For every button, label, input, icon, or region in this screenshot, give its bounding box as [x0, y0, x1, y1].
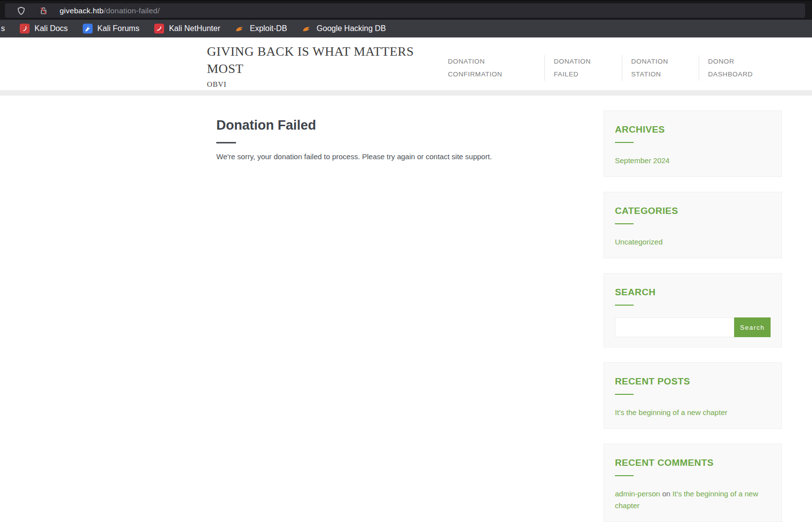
widget-rule	[615, 475, 634, 476]
insecure-lock-icon[interactable]	[39, 6, 48, 15]
url-path: /donation-failed/	[103, 6, 160, 15]
browser-toolbar: giveback.htb/donation-failed/	[0, 0, 812, 20]
bookmark-kali-docs[interactable]: Kali Docs	[20, 24, 68, 34]
category-link-uncategorized[interactable]: Uncategorized	[615, 238, 663, 246]
search-input[interactable]	[615, 317, 734, 337]
widget-rule	[615, 305, 634, 306]
recent-posts-title: RECENT POSTS	[615, 376, 771, 387]
search-title: SEARCH	[615, 287, 771, 298]
bookmarks-toolbar: s Kali Docs Kali Forums	[0, 20, 812, 37]
page-title: Donation Failed	[216, 118, 571, 133]
widget-rule	[615, 223, 634, 224]
kali-forums-bookmark-icon	[83, 24, 93, 34]
search-button[interactable]: Search	[734, 317, 771, 337]
search-form: Search	[615, 317, 771, 337]
nav-item-label: DONATION CONFIRMATION	[448, 55, 506, 81]
site-tagline: OBVI	[207, 80, 414, 89]
url-text[interactable]: giveback.htb/donation-failed/	[60, 6, 160, 15]
nav-item-label: DONOR DASHBOARD	[708, 55, 766, 81]
url-host: giveback.htb	[60, 6, 103, 15]
main-content: Donation Failed We're sorry, your donati…	[216, 118, 571, 162]
kali-docs-bookmark-icon	[20, 24, 30, 34]
url-bar[interactable]: giveback.htb/donation-failed/	[5, 3, 805, 18]
comment-author-link[interactable]: admin-person	[615, 489, 660, 498]
nav-item-donation-station[interactable]: DONATION STATION	[622, 55, 699, 81]
google-hacking-db-bookmark-icon	[302, 24, 312, 34]
bookmark-label: Google Hacking DB	[317, 24, 386, 33]
search-widget: SEARCH Search	[604, 273, 782, 348]
bookmark-kali-forums[interactable]: Kali Forums	[83, 24, 139, 34]
bookmark-label: Exploit-DB	[250, 24, 287, 33]
widget-rule	[615, 394, 634, 395]
widget-rule	[615, 142, 634, 143]
kali-nethunter-bookmark-icon	[154, 24, 164, 34]
categories-widget: CATEGORIES Uncategorized	[604, 192, 782, 258]
tracking-protection-shield-icon[interactable]	[17, 6, 26, 15]
recent-comments-widget: RECENT COMMENTS admin-person on It’s the…	[604, 444, 782, 522]
archive-link-september-2024[interactable]: September 2024	[615, 156, 670, 165]
bookmark-label: Kali NetHunter	[169, 24, 220, 33]
site-title[interactable]: GIVING BACK IS WHAT MATTERS MOST	[207, 43, 414, 77]
bookmark-exploit-db[interactable]: Exploit-DB	[235, 24, 287, 34]
recent-posts-widget: RECENT POSTS It’s the beginning of a new…	[604, 362, 782, 429]
site-header: GIVING BACK IS WHAT MATTERS MOST OBVI DO…	[0, 37, 812, 90]
page-title-rule	[216, 142, 236, 143]
nav-item-label: DONATION FAILED	[554, 55, 612, 81]
bookmark-kali-nethunter[interactable]: Kali NetHunter	[154, 24, 220, 34]
bookmark-label: Kali Forums	[98, 24, 139, 33]
recent-comment: admin-person on It’s the beginning of a …	[615, 488, 771, 512]
exploit-db-bookmark-icon	[235, 24, 245, 34]
header-separator	[0, 90, 812, 96]
nav-item-donation-confirmation[interactable]: DONATION CONFIRMATION	[448, 55, 544, 81]
nav-item-donor-dashboard[interactable]: DONOR DASHBOARD	[699, 55, 766, 81]
archives-title: ARCHIVES	[615, 124, 771, 135]
comment-connector: on	[662, 489, 671, 498]
main-nav: DONATION CONFIRMATION DONATION FAILED DO…	[448, 55, 766, 81]
donation-failed-message: We're sorry, your donation failed to pro…	[216, 151, 571, 162]
recent-comments-title: RECENT COMMENTS	[615, 457, 771, 468]
site-title-block: GIVING BACK IS WHAT MATTERS MOST OBVI	[207, 43, 414, 89]
categories-title: CATEGORIES	[615, 206, 771, 216]
nav-item-label: DONATION STATION	[631, 55, 689, 81]
browser-chrome: giveback.htb/donation-failed/ s Kali Doc…	[0, 0, 812, 37]
bookmark-label: Kali Docs	[34, 24, 68, 33]
bookmark-google-hacking-db[interactable]: Google Hacking DB	[302, 24, 386, 34]
nav-item-donation-failed[interactable]: DONATION FAILED	[544, 55, 622, 81]
archives-widget: ARCHIVES September 2024	[604, 110, 782, 177]
recent-post-link[interactable]: It’s the beginning of a new chapter	[615, 408, 727, 417]
bookmark-overflow-fragment[interactable]: s	[1, 24, 5, 33]
sidebar: ARCHIVES September 2024 CATEGORIES Uncat…	[604, 110, 782, 522]
